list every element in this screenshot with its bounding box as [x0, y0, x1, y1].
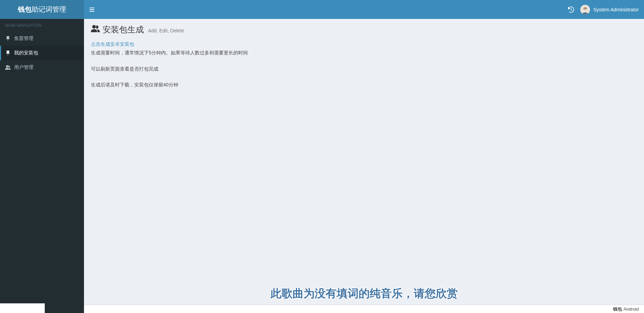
page-title: 安装包生成	[91, 24, 144, 35]
sidebar-item-my-packages[interactable]: 我的安装包	[0, 46, 84, 60]
svg-rect-2	[583, 8, 587, 8]
footer: 钱包 Android	[84, 305, 644, 313]
sidebar-item-user-management[interactable]: 用户管理	[0, 60, 84, 75]
brand-light: 助记词管理	[32, 5, 66, 14]
info-line-2: 可以刷新页面查看是否打包完成	[91, 66, 637, 72]
brand-logo[interactable]: 钱包助记词管理	[0, 0, 84, 19]
sidebar-item-label: 鱼苗管理	[14, 35, 33, 42]
menu-toggle-button[interactable]	[89, 7, 95, 12]
generate-android-link[interactable]: 点击生成安卓安装包	[91, 41, 134, 48]
pin-icon	[5, 36, 11, 41]
page-subtitle: Add, Edit, Delete	[148, 28, 184, 33]
lyric-overlay: 此歌曲为没有填词的纯音乐，请您欣赏	[271, 286, 458, 301]
user-name: System Administrator	[593, 7, 639, 12]
footer-rest: Android	[623, 306, 639, 312]
info-line-1: 生成需要时间，通常情况下5分钟内。如果等待人数过多则需要更长的时间	[91, 49, 637, 56]
pin-icon	[5, 51, 11, 55]
content-area: 安装包生成 Add, Edit, Delete 点击生成安卓安装包 生成需要时间…	[84, 19, 644, 305]
users-icon	[5, 65, 11, 70]
sidebar-item-label: 用户管理	[14, 64, 33, 71]
topbar: System Administrator	[84, 0, 644, 19]
footer-brand: 钱包	[613, 306, 622, 312]
nav-section-header: MAIN NAVIGATION	[0, 19, 84, 31]
sidebar-item-label: 我的安装包	[14, 50, 38, 56]
user-menu[interactable]: System Administrator	[580, 5, 639, 14]
sidebar: 钱包助记词管理 MAIN NAVIGATION 鱼苗管理 我的安装包 用户管理	[0, 0, 84, 313]
brand-bold: 钱包	[18, 5, 32, 14]
sidebar-item-fry-management[interactable]: 鱼苗管理	[0, 31, 84, 46]
history-icon[interactable]	[568, 7, 574, 13]
bottom-left-block	[0, 303, 45, 313]
avatar	[580, 5, 590, 14]
page-title-text: 安装包生成	[103, 24, 144, 35]
info-line-3: 生成后请及时下载，安装包仅保留40分钟	[91, 82, 637, 88]
users-icon	[91, 25, 100, 34]
main-area: System Administrator 安装包生成 Add, Edit, De…	[84, 0, 644, 313]
page-header: 安装包生成 Add, Edit, Delete	[91, 24, 637, 35]
